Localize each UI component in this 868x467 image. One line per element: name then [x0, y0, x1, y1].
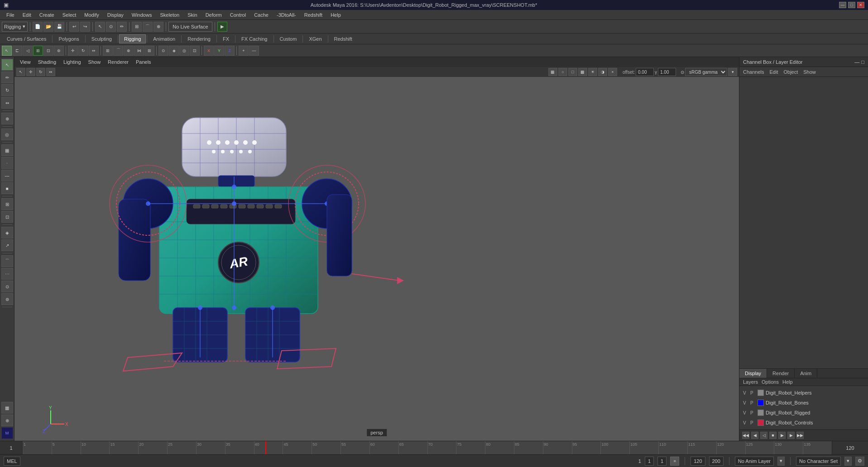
- rp-next-frame-btn[interactable]: ▶▶: [796, 432, 804, 439]
- grid-display-lt[interactable]: ▦: [1, 402, 13, 414]
- layer-row-2[interactable]: VPDigit_Robot_Rigged: [739, 408, 868, 418]
- layer-render-0[interactable]: P: [750, 391, 756, 396]
- frame-range-toggle[interactable]: ≡: [670, 457, 679, 466]
- vp-aa-btn[interactable]: ×: [608, 68, 617, 76]
- anim-layer-dropdown[interactable]: ▾: [777, 457, 785, 466]
- x-axis-btn[interactable]: X: [204, 46, 214, 56]
- tab-curves-surfaces[interactable]: Curves / Surfaces: [2, 34, 51, 43]
- crease-lt[interactable]: ⊞: [1, 198, 13, 210]
- rp-menu-channels[interactable]: Channels: [743, 69, 764, 75]
- lasso-mode-btn[interactable]: ⊏: [12, 46, 22, 56]
- rotate-lt[interactable]: ↻: [1, 84, 13, 96]
- workspace-dropdown[interactable]: Rigging ▾: [2, 22, 28, 32]
- scale-lt[interactable]: ⇔: [1, 97, 13, 109]
- tab-xgen[interactable]: XGen: [304, 34, 326, 43]
- display-options-lt[interactable]: ⊕: [1, 415, 13, 426]
- layers-menu-layers[interactable]: Layers: [743, 379, 758, 385]
- tab-animation[interactable]: Animation: [148, 34, 180, 43]
- vp-rotate-btn[interactable]: ↻: [36, 68, 45, 76]
- snap-grid-btn[interactable]: ⊞: [132, 22, 142, 32]
- viewport-menu-shading[interactable]: Shading: [36, 58, 58, 66]
- viewport-area[interactable]: View Shading Lighting Show Renderer Pane…: [14, 57, 739, 441]
- timeline-playhead[interactable]: [265, 441, 266, 454]
- paint-select-btn[interactable]: ◁: [23, 46, 33, 56]
- vp-shadow-btn[interactable]: ◑: [598, 68, 607, 76]
- menu-control[interactable]: Control: [226, 11, 249, 19]
- vp-light-btn[interactable]: ☀: [588, 68, 597, 76]
- layers-menu-help[interactable]: Help: [782, 379, 793, 385]
- vp-offset-input[interactable]: [636, 68, 654, 76]
- rp-play-back-btn[interactable]: ◁: [760, 432, 767, 439]
- snap-to-curve-btn[interactable]: ⌒: [113, 46, 123, 56]
- z-axis-btn[interactable]: Z: [225, 46, 235, 56]
- select-tool-btn[interactable]: ↖: [95, 22, 105, 32]
- menu-select[interactable]: Select: [59, 11, 80, 19]
- tab-rendering[interactable]: Rendering: [182, 34, 216, 43]
- redo-btn[interactable]: ↪: [80, 22, 90, 32]
- vertex-lt[interactable]: ·: [1, 157, 13, 169]
- soft-select-lt[interactable]: ◎: [1, 129, 13, 140]
- edge-lt[interactable]: —: [1, 170, 13, 181]
- layer-render-1[interactable]: P: [750, 400, 756, 405]
- viewport-3d[interactable]: AR: [14, 77, 739, 441]
- curve-lt[interactable]: ⌒: [1, 255, 13, 267]
- face-lt[interactable]: ■: [1, 182, 13, 194]
- rotate-tool-btn[interactable]: ↻: [78, 46, 88, 56]
- minimize-button[interactable]: —: [839, 2, 846, 8]
- save-file-btn[interactable]: 💾: [54, 22, 64, 32]
- menu-skeleton[interactable]: Skeleton: [156, 11, 183, 19]
- snap-together-btn[interactable]: ⋈: [134, 46, 144, 56]
- viewport-menu-lighting[interactable]: Lighting: [62, 58, 83, 66]
- snap-view-btn[interactable]: ⊞: [144, 46, 154, 56]
- select-tool-lt[interactable]: ↖: [1, 59, 13, 71]
- layer-row-3[interactable]: VPDigit_Robot_Controls: [739, 418, 868, 428]
- move-btn[interactable]: ⊞: [33, 46, 43, 56]
- symmetry-btn[interactable]: ◈: [169, 46, 179, 56]
- lasso-tool-btn[interactable]: ⊙: [106, 22, 116, 32]
- layer-visibility-0[interactable]: V: [743, 391, 748, 396]
- layer-visibility-2[interactable]: V: [743, 410, 748, 415]
- select-mode-btn[interactable]: ↖: [2, 46, 12, 56]
- rp-tab-anim[interactable]: Anim: [795, 369, 817, 378]
- soft-mod-btn[interactable]: ◎: [179, 46, 189, 56]
- maximize-button[interactable]: □: [848, 2, 855, 8]
- open-file-btn[interactable]: 📂: [43, 22, 53, 32]
- soft-select-btn[interactable]: ⊚: [54, 46, 64, 56]
- paint-skin-lt[interactable]: ◈: [1, 227, 13, 238]
- tab-fx[interactable]: FX: [218, 34, 234, 43]
- paint-tool-btn[interactable]: ✏: [117, 22, 127, 32]
- tab-sculpting[interactable]: Sculpting: [86, 34, 117, 43]
- vp-select-btn[interactable]: ↖: [16, 68, 25, 76]
- rp-play-fwd-btn[interactable]: ▶: [778, 432, 786, 439]
- add-component-btn[interactable]: +: [239, 46, 249, 56]
- y-axis-btn[interactable]: Y: [214, 46, 224, 56]
- menu-deform[interactable]: Deform: [202, 11, 225, 19]
- snap-point-btn[interactable]: ⊕: [153, 22, 163, 32]
- vp-flat-btn[interactable]: □: [568, 68, 577, 76]
- layer-render-3[interactable]: P: [750, 420, 756, 425]
- status-options-btn[interactable]: ⚙: [855, 457, 864, 466]
- crv-pt-lt[interactable]: ⊙: [1, 281, 13, 292]
- rp-tab-display[interactable]: Display: [739, 369, 767, 378]
- subtract-component-btn[interactable]: —: [249, 46, 259, 56]
- layer-render-2[interactable]: P: [750, 410, 756, 415]
- menu-windows[interactable]: Windows: [128, 11, 156, 19]
- panel-minimize-btn[interactable]: —: [854, 59, 859, 65]
- vp-move-btn[interactable]: ✛: [26, 68, 35, 76]
- layer-row-0[interactable]: VPDigit_Robot_Helpers: [739, 388, 868, 398]
- layer-row-1[interactable]: VPDigit_Robot_Bones: [739, 398, 868, 408]
- move-tool-btn[interactable]: ✛: [68, 46, 78, 56]
- vp-gamma-toggle-btn[interactable]: ▾: [728, 68, 737, 76]
- layer-visibility-3[interactable]: V: [743, 420, 748, 425]
- tab-polygons[interactable]: Polygons: [53, 34, 84, 43]
- rp-menu-show[interactable]: Show: [803, 69, 816, 75]
- sculpt-lt[interactable]: ↗: [1, 239, 13, 251]
- viewport-menu-show[interactable]: Show: [86, 58, 103, 66]
- layer-visibility-1[interactable]: V: [743, 400, 748, 405]
- menu-display[interactable]: Display: [104, 11, 127, 19]
- timeline-ruler[interactable]: 1510152025303540455055606570758085909510…: [23, 441, 832, 454]
- tab-rigging[interactable]: Rigging: [119, 34, 146, 43]
- render-btn[interactable]: ▶: [217, 22, 227, 32]
- menu-edit[interactable]: Edit: [19, 11, 35, 19]
- rp-prev-frame-btn[interactable]: ◀◀: [742, 432, 749, 439]
